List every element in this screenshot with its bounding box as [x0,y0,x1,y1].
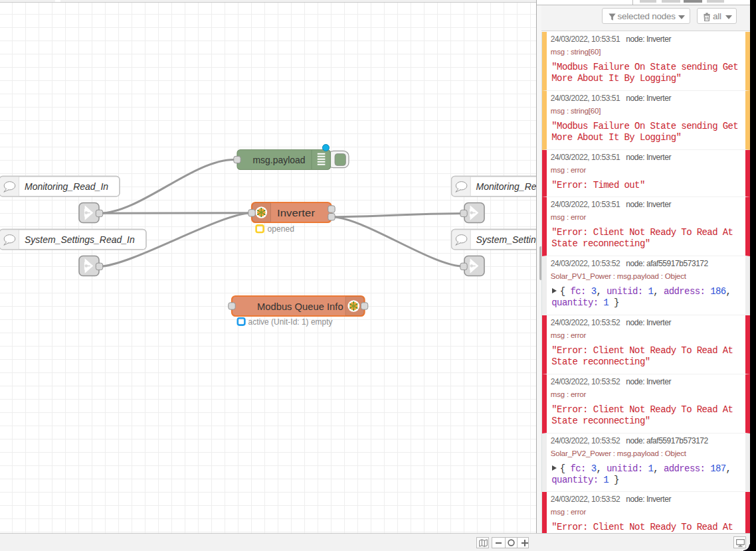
svg-text:System_Settings_Read_In: System_Settings_Read_In [25,234,135,245]
svg-text:Monitoring_Read_Out: Monitoring_Read_Out [476,181,537,192]
svg-text:Inverter: Inverter [277,207,315,218]
svg-text:Modbus Queue Info: Modbus Queue Info [257,301,343,312]
svg-text:Monitoring_Read_In: Monitoring_Read_In [25,181,108,192]
svg-text:msg.payload: msg.payload [253,154,306,165]
svg-text:opened: opened [268,224,295,234]
svg-text:active (Unit-Id: 1) empty: active (Unit-Id: 1) empty [248,317,333,327]
svg-text:System_Settings_Read_Out: System_Settings_Read_Out [476,234,537,245]
